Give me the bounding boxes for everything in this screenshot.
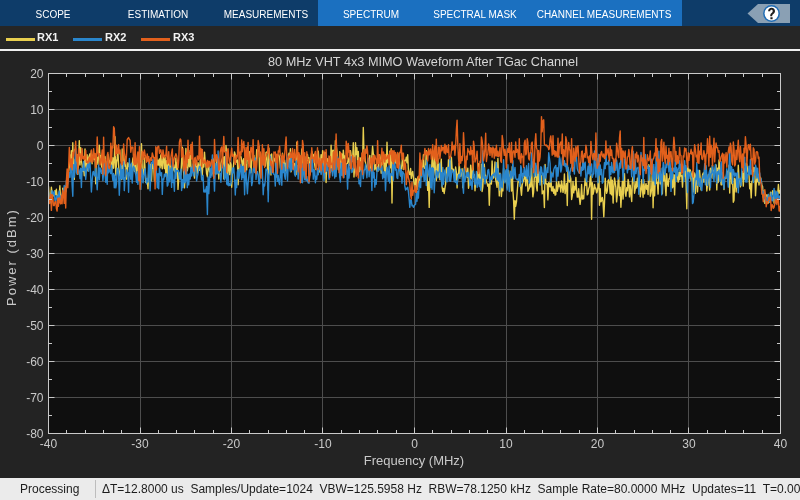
svg-text:-20: -20	[223, 437, 241, 451]
svg-text:20: 20	[30, 67, 44, 81]
svg-text:10: 10	[499, 437, 513, 451]
svg-text:0: 0	[411, 437, 418, 451]
svg-text:-30: -30	[26, 247, 44, 261]
svg-text:10: 10	[30, 103, 44, 117]
svg-text:40: 40	[774, 437, 788, 451]
svg-text:80 MHz VHT 4x3 MIMO Waveform A: 80 MHz VHT 4x3 MIMO Waveform After TGac …	[268, 55, 578, 69]
svg-text:-40: -40	[40, 437, 58, 451]
svg-text:-60: -60	[26, 355, 44, 369]
svg-text:20: 20	[591, 437, 605, 451]
svg-text:Frequency (MHz): Frequency (MHz)	[364, 453, 464, 468]
svg-text:-40: -40	[26, 283, 44, 297]
svg-text:-70: -70	[26, 391, 44, 405]
svg-text:-10: -10	[26, 175, 44, 189]
svg-text:30: 30	[682, 437, 696, 451]
svg-text:-30: -30	[131, 437, 149, 451]
svg-text:-10: -10	[314, 437, 332, 451]
svg-text:-20: -20	[26, 211, 44, 225]
svg-text:-50: -50	[26, 319, 44, 333]
svg-text:Power (dBm): Power (dBm)	[4, 208, 19, 306]
svg-text:0: 0	[37, 139, 44, 153]
